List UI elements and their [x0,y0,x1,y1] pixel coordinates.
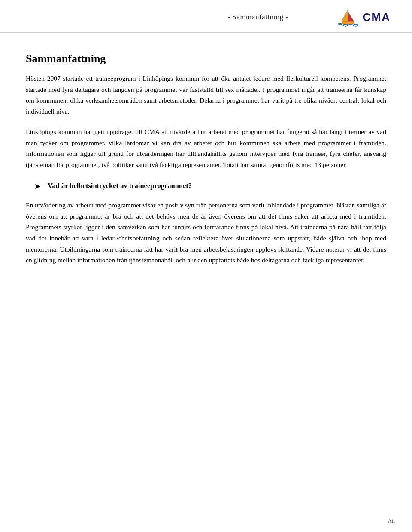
cma-logo-icon [337,8,359,27]
cma-logo-text: CMA [363,11,391,24]
bullet-question: Vad är helhetsintrycket av traineeprogra… [48,181,192,192]
bullet-arrow-icon: ➤ [34,182,41,191]
bullet-section: ➤ Vad är helhetsintrycket av traineeprog… [26,181,386,192]
body-paragraph: Linköpings kommun har gett uppdraget til… [26,126,386,170]
page: - Sammanfattning - CMA Sammanfattning Hö… [0,0,412,532]
main-content: Sammanfattning Hösten 2007 startade ett … [0,33,412,289]
header-title: - Sammanfattning - [179,13,336,21]
header: - Sammanfattning - CMA [0,0,412,33]
footer-att-text: Att [388,517,395,524]
intro-paragraph: Hösten 2007 startade ett traineeprogram … [26,73,386,117]
section-title: Sammanfattning [26,52,386,65]
final-paragraph: En utvärdering av arbetet med programmet… [26,200,386,265]
logo-area: CMA [337,8,391,27]
